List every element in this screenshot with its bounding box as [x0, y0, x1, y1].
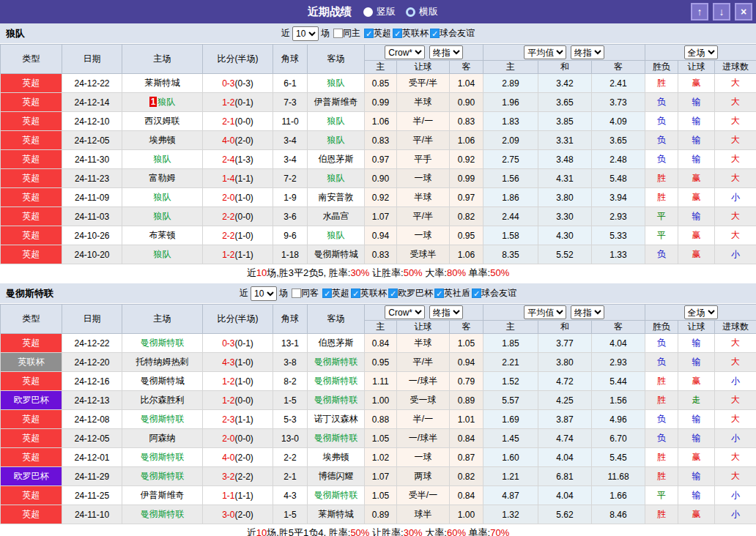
scope-select[interactable]: 全场	[684, 45, 718, 59]
summary-segment: 让胜率:	[369, 267, 403, 278]
league-filter-checkbox[interactable]: ✓英超	[364, 27, 391, 40]
goals-result-cell: 大	[715, 112, 756, 131]
away-team-name: 曼彻斯特联	[314, 490, 358, 500]
avg-home-cell: 1.85	[483, 334, 538, 353]
goals-result-cell: 小	[715, 429, 756, 448]
avg-home-cell: 2.09	[483, 131, 538, 150]
handicap-result-cell: 赢	[678, 372, 715, 391]
home-team-name: 曼彻斯特城	[141, 376, 185, 386]
date-cell: 24-11-30	[62, 150, 122, 169]
match-row: 英超24-12-22曼彻斯特联0-3(0-1)13-1伯恩茅斯0.84半球1.0…	[1, 334, 756, 353]
average-select[interactable]: 平均值	[524, 305, 566, 319]
league-filter-checkbox[interactable]: ✓英超	[322, 287, 349, 299]
home-team-cell: 莱斯特城	[122, 74, 203, 93]
average-select[interactable]: 平均值	[524, 45, 566, 59]
league-filter-checkbox[interactable]: ✓球会友谊	[430, 27, 475, 40]
avg-draw-cell: 4.74	[538, 429, 592, 448]
avg-home-cell: 1.56	[483, 169, 538, 188]
odds-handicap-cell: 半球	[397, 334, 450, 353]
odds-home-cell: 0.99	[365, 93, 397, 112]
date-cell: 24-12-16	[62, 372, 122, 391]
result-cell: 负	[645, 334, 678, 353]
home-team-name: 埃弗顿	[149, 135, 176, 145]
move-up-button[interactable]: ↑	[691, 3, 708, 21]
home-team-name: 布莱顿	[149, 230, 176, 240]
home-team-name: 比尔森胜利	[141, 395, 185, 405]
col-date: 日期	[62, 305, 122, 334]
matches-body: 英超24-12-22曼彻斯特联0-3(0-1)13-1伯恩茅斯0.84半球1.0…	[1, 334, 756, 524]
score-cell: 4-0(2-0)	[203, 448, 273, 467]
average-stage-select[interactable]: 终指	[571, 305, 604, 319]
full-time-score: 2-0	[222, 433, 234, 444]
goals-result-cell: 大	[715, 93, 756, 112]
col-avg-away: 客	[592, 61, 645, 74]
odds-away-cell: 1.06	[450, 245, 483, 264]
league-badge-cell: 英超	[1, 93, 62, 112]
move-down-button[interactable]: ↓	[713, 3, 730, 21]
same-venue-checkbox[interactable]: 同客	[292, 287, 319, 299]
half-time-score: (2-0)	[235, 510, 253, 520]
odds-company-select[interactable]: Crow*	[385, 305, 425, 319]
recent-count-select[interactable]: 10	[292, 26, 319, 41]
score-cell: 1-1(1-1)	[203, 486, 273, 505]
date-cell: 24-11-09	[62, 188, 122, 207]
date-cell: 24-12-20	[62, 353, 122, 372]
matches-table: 类型 日期 主场 比分(半场) 角球 客场 Crow* 终指 平均值 终指 全场	[0, 44, 756, 264]
radio-horizontal-layout[interactable]: 横版	[406, 5, 438, 18]
match-row: 英超24-11-25伊普斯维奇1-1(1-1)4-3曼彻斯特联1.05受半/一0…	[1, 486, 756, 505]
odds-away-cell: 0.90	[450, 93, 483, 112]
league-filter-checkbox[interactable]: ✓欧罗巴杯	[388, 287, 433, 299]
handicap-result-cell: 赢	[678, 448, 715, 467]
home-team-cell: 埃弗顿	[122, 131, 203, 150]
odds-away-cell: 1.01	[450, 410, 483, 429]
match-row: 欧罗巴杯24-11-29曼彻斯特联3-2(2-2)2-1博德闪耀1.07两球0.…	[1, 467, 756, 486]
league-filter-checkbox[interactable]: ✓英联杯	[351, 287, 387, 299]
titlebar: 近期战绩 竖版 横版 ↑ ↓ ×	[0, 0, 756, 23]
league-badge-cell: 英超	[1, 131, 62, 150]
avg-draw-cell: 4.04	[538, 486, 592, 505]
result-cell: 负	[645, 429, 678, 448]
handicap-result-cell: 输	[678, 410, 715, 429]
radio-horizontal-label: 横版	[419, 5, 438, 18]
team-section-wolves: 狼队 近 10 场 同主 ✓英超✓英联杯✓球会友谊 类型 日期 主场 比分(半场…	[0, 23, 756, 282]
league-badge-cell: 英超	[1, 372, 62, 391]
half-time-score: (0-0)	[235, 395, 253, 406]
goals-result-cell: 小	[715, 486, 756, 505]
corners-cell: 1-9	[273, 188, 308, 207]
league-filter-checkbox[interactable]: ✓英联杯	[393, 27, 429, 40]
result-cell: 负	[645, 131, 678, 150]
corners-cell: 1-5	[273, 391, 308, 410]
handicap-result-cell: 赢	[678, 169, 715, 188]
radio-vertical-layout[interactable]: 竖版	[363, 5, 396, 18]
result-cell: 胜	[645, 448, 678, 467]
away-team-cell: 伊普斯维奇	[308, 93, 365, 112]
half-time-score: (1-1)	[235, 250, 253, 260]
avg-draw-cell: 3.42	[538, 74, 592, 93]
odds-company-select[interactable]: Crow*	[385, 45, 425, 59]
checkbox-checked-icon: ✓	[472, 289, 481, 298]
scope-select[interactable]: 全场	[684, 305, 718, 319]
home-team-name: 莱斯特城	[145, 78, 180, 88]
col-home: 主场	[122, 45, 203, 74]
date-cell: 24-11-29	[62, 467, 122, 486]
odds-stage-select[interactable]: 终指	[429, 45, 463, 59]
avg-draw-cell: 3.85	[538, 112, 592, 131]
odds-handicap-cell: 受半/一	[397, 486, 450, 505]
odds-handicap-cell: 平/半	[397, 353, 450, 372]
summary-segment: 50%	[404, 267, 423, 278]
close-button[interactable]: ×	[735, 3, 752, 21]
summary-segment: 80%	[447, 267, 466, 278]
same-venue-checkbox[interactable]: 同主	[333, 27, 360, 40]
odds-stage-select[interactable]: 终指	[429, 305, 463, 319]
avg-draw-cell: 4.30	[538, 226, 592, 245]
summary-segment: 10	[256, 267, 267, 278]
league-filter-checkbox[interactable]: ✓英社盾	[434, 287, 470, 299]
result-cell: 胜	[645, 169, 678, 188]
score-cell: 1-4(1-1)	[203, 169, 273, 188]
league-filter-checkbox[interactable]: ✓球会友谊	[472, 287, 516, 299]
avg-home-cell: 1.96	[483, 93, 538, 112]
average-stage-select[interactable]: 终指	[571, 45, 604, 59]
corners-cell: 5-3	[273, 410, 308, 429]
recent-count-select[interactable]: 10	[251, 286, 277, 301]
odds-home-cell: 1.07	[365, 207, 397, 226]
